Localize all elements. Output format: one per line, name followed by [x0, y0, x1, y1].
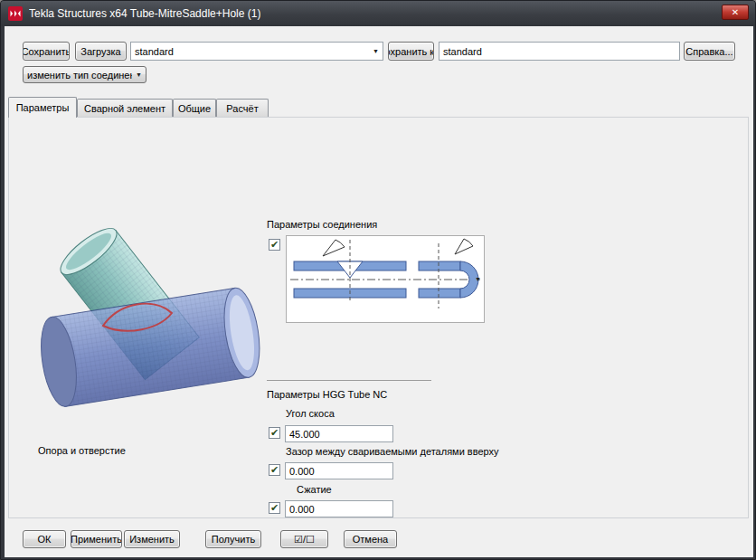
- connection-section-label: Параметры соединения: [267, 219, 377, 230]
- bevel-angle-input[interactable]: [285, 425, 393, 442]
- title-bar[interactable]: Tekla Structures x64 Tube-MitreSaddle+Ho…: [1, 1, 755, 26]
- save-button-label: Сохранить: [23, 46, 70, 57]
- dialog-window: Tekla Structures x64 Tube-MitreSaddle+Ho…: [0, 0, 756, 560]
- cancel-button[interactable]: Отмена: [344, 530, 397, 548]
- toggle-checkboxes-icon: ☑/☐: [294, 534, 315, 546]
- section-divider: [267, 380, 431, 381]
- check-icon: ✔: [270, 239, 279, 250]
- settings-combobox-value: standard: [135, 46, 369, 57]
- picture-combo-arrow-icon: ▼: [475, 276, 481, 282]
- modify-button[interactable]: Изменить: [124, 530, 180, 548]
- modify-button-label: Изменить: [129, 534, 175, 545]
- close-button[interactable]: ✕: [722, 5, 749, 20]
- toggle-checkboxes-button[interactable]: ☑/☐: [280, 530, 328, 548]
- load-button-label: Загрузка: [80, 46, 120, 57]
- save-as-name-input[interactable]: [439, 42, 680, 61]
- weld-gap-input[interactable]: [285, 462, 393, 479]
- save-as-button[interactable]: Сохранить как: [388, 42, 434, 61]
- tab-analysis[interactable]: Расчёт: [216, 99, 269, 118]
- weld-gap-label: Зазор между свариваемыми деталями вверху: [286, 446, 499, 457]
- bevel-angle-checkbox[interactable]: ✔: [269, 427, 280, 439]
- check-icon: ✔: [270, 464, 279, 475]
- connection-type-picture-combo[interactable]: ▼: [286, 235, 485, 323]
- compression-label: Сжатие: [297, 484, 332, 495]
- tab-analysis-label: Расчёт: [226, 103, 258, 114]
- help-button[interactable]: Справка...: [684, 42, 735, 61]
- check-icon: ✔: [270, 502, 279, 513]
- ok-button[interactable]: ОК: [23, 530, 66, 548]
- ok-button-label: ОК: [38, 534, 52, 545]
- bevel-angle-label: Угол скоса: [286, 408, 335, 419]
- joint-preview-image: [33, 224, 269, 440]
- check-icon: ✔: [270, 427, 279, 438]
- dialog-client-area: Сохранить Загрузка standard ▼ Сохранить …: [5, 26, 753, 557]
- tab-page-parameters: Опора и отверстие Параметры соединения ✔: [8, 117, 749, 518]
- hgg-section-label: Параметры HGG Tube NC: [267, 389, 387, 400]
- save-button[interactable]: Сохранить: [23, 42, 70, 61]
- chevron-down-icon: ▼: [136, 71, 142, 78]
- compression-checkbox[interactable]: ✔: [269, 502, 280, 514]
- tube-saddle-preview-graphic: [33, 224, 269, 440]
- tab-weld-element[interactable]: Сварной элемент: [77, 99, 173, 118]
- tab-general[interactable]: Общие: [173, 99, 216, 118]
- load-button[interactable]: Загрузка: [75, 42, 127, 61]
- change-connection-type-button[interactable]: изменить тип соединения ▼: [23, 66, 146, 83]
- apply-button[interactable]: Применить: [71, 530, 122, 548]
- cancel-button-label: Отмена: [353, 534, 388, 545]
- tab-parameters-label: Параметры: [16, 102, 70, 113]
- save-as-button-label: Сохранить как: [388, 46, 434, 57]
- get-button-label: Получить: [212, 534, 255, 545]
- help-button-label: Справка...: [685, 46, 732, 57]
- window-title: Tekla Structures x64 Tube-MitreSaddle+Ho…: [29, 7, 260, 20]
- settings-combobox[interactable]: standard ▼: [130, 42, 383, 61]
- tab-weld-element-label: Сварной элемент: [84, 103, 165, 114]
- chevron-down-icon: ▼: [373, 48, 379, 54]
- connection-schematic-graphic: [287, 236, 484, 322]
- compression-input[interactable]: [285, 500, 393, 517]
- close-icon: ✕: [732, 7, 739, 17]
- change-connection-type-label: изменить тип соединения: [27, 70, 132, 81]
- tab-general-label: Общие: [178, 103, 211, 114]
- connection-picture-checkbox[interactable]: ✔: [269, 239, 280, 251]
- weld-gap-checkbox[interactable]: ✔: [269, 464, 280, 476]
- get-button[interactable]: Получить: [205, 530, 261, 548]
- apply-button-label: Применить: [71, 534, 122, 545]
- tab-parameters[interactable]: Параметры: [8, 97, 77, 118]
- tekla-logo-icon: [8, 6, 23, 21]
- preview-caption: Опора и отверстие: [38, 445, 126, 456]
